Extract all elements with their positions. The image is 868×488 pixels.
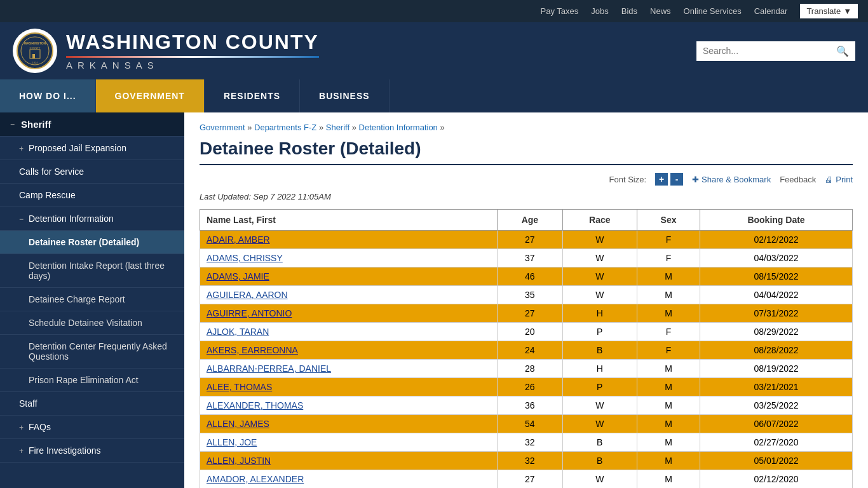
cell-age: 37 <box>498 249 562 268</box>
cell-name: AMADOR, ALEXANDER <box>200 470 498 489</box>
jobs-link[interactable]: Jobs <box>591 6 608 16</box>
cell-booking: 02/27/2020 <box>700 433 853 452</box>
sidebar-label: Detainee Charge Report <box>29 294 125 304</box>
cell-name: ALLEN, JAMES <box>200 415 498 433</box>
sidebar-item-calls-for-service[interactable]: Calls for Service <box>0 160 184 184</box>
online-services-link[interactable]: Online Services <box>684 6 742 16</box>
news-link[interactable]: News <box>650 6 671 16</box>
sidebar-label: Detention Intake Report (last three days… <box>29 261 165 281</box>
cell-name: ALLEN, JOE <box>200 433 498 452</box>
svg-text:WASHINGTON: WASHINGTON <box>24 41 46 45</box>
chevron-down-icon: ▼ <box>843 6 851 16</box>
detainee-name-link[interactable]: ADAMS, CHRISSY <box>207 253 283 263</box>
detainee-name-link[interactable]: ADAIR, AMBER <box>207 234 270 245</box>
table-row: ALLEN, JOE32BM02/27/2020 <box>200 433 853 452</box>
detainee-name-link[interactable]: ALLEN, JUSTIN <box>207 456 271 466</box>
cell-booking: 08/15/2022 <box>700 268 853 286</box>
cell-race: W <box>562 470 637 489</box>
sidebar-item-camp-rescue[interactable]: Camp Rescue <box>0 184 184 207</box>
svg-text:1824: 1824 <box>32 61 39 64</box>
detainee-name-link[interactable]: AJLOK, TARAN <box>207 327 269 337</box>
sidebar-item-faq[interactable]: Detention Center Frequently Asked Questi… <box>0 335 184 369</box>
table-row: ADAMS, CHRISSY37WF04/03/2022 <box>200 249 853 268</box>
cell-age: 32 <box>498 433 562 452</box>
cell-race: B <box>562 433 637 452</box>
sidebar-item-fire-investigations[interactable]: + Fire Investigations <box>0 439 184 463</box>
sidebar-item-intake-report[interactable]: Detention Intake Report (last three days… <box>0 254 184 288</box>
sidebar-item-staff[interactable]: Staff <box>0 392 184 416</box>
font-increase-button[interactable]: + <box>655 173 668 186</box>
detainee-name-link[interactable]: AGUILERA, AARON <box>207 290 288 300</box>
sidebar-section-sheriff[interactable]: − Sheriff <box>0 112 184 137</box>
feedback-button[interactable]: Feedback <box>780 175 816 184</box>
pay-taxes-link[interactable]: Pay Taxes <box>541 6 579 16</box>
sidebar-label: Fire Investigations <box>29 445 101 456</box>
roster-table: Name Last, First Age Race Sex Booking Da… <box>200 209 853 488</box>
share-icon: ✚ <box>692 175 699 184</box>
bids-link[interactable]: Bids <box>621 6 637 16</box>
detainee-name-link[interactable]: ALEE, THOMAS <box>207 382 272 392</box>
sidebar-item-prea[interactable]: Prison Rape Elimination Act <box>0 369 184 392</box>
cell-age: 24 <box>498 341 562 360</box>
svg-text:COUNTY: COUNTY <box>30 46 41 50</box>
breadcrumb-detention-info[interactable]: Detention Information <box>359 123 438 132</box>
share-bookmark[interactable]: ✚ Share & Bookmark <box>692 175 771 184</box>
calendar-link[interactable]: Calendar <box>754 6 788 16</box>
cell-booking: 08/28/2022 <box>700 341 853 360</box>
cell-name: ALEE, THOMAS <box>200 378 498 396</box>
cell-age: 35 <box>498 286 562 304</box>
sidebar-item-proposed-jail[interactable]: + Proposed Jail Expansion <box>0 137 184 160</box>
translate-button[interactable]: Translate ▼ <box>800 4 858 18</box>
plus-icon: + <box>19 447 24 456</box>
cell-name: AJLOK, TARAN <box>200 323 498 341</box>
sidebar-label: Staff <box>19 398 37 409</box>
nav-residents[interactable]: RESIDENTS <box>205 79 300 112</box>
detainee-name-link[interactable]: ALLEN, JOE <box>207 437 257 447</box>
print-button[interactable]: 🖨 Print <box>825 175 853 184</box>
breadcrumb-government[interactable]: Government <box>200 123 245 132</box>
plus-icon: + <box>19 144 24 153</box>
nav-business[interactable]: BUSINESS <box>300 79 390 112</box>
cell-booking: 03/25/2022 <box>700 396 853 415</box>
nav-how-do[interactable]: HOW DO I... <box>0 79 96 112</box>
detainee-name-link[interactable]: AMADOR, ALEXANDER <box>207 474 304 484</box>
font-decrease-button[interactable]: - <box>670 173 683 186</box>
cell-age: 32 <box>498 452 562 470</box>
cell-booking: 05/01/2022 <box>700 452 853 470</box>
cell-name: ALLEN, JUSTIN <box>200 452 498 470</box>
sidebar-item-charge-report[interactable]: Detainee Charge Report <box>0 288 184 311</box>
table-row: ALLEN, JUSTIN32BM05/01/2022 <box>200 452 853 470</box>
nav-government[interactable]: GOVERNMENT <box>96 79 205 112</box>
detainee-name-link[interactable]: ALBARRAN-PERREA, DANIEL <box>207 363 331 374</box>
sidebar-label: Detention Center Frequently Asked Questi… <box>29 341 167 362</box>
detainee-name-link[interactable]: ALEXANDER, THOMAS <box>207 400 303 410</box>
search-input[interactable] <box>703 46 836 56</box>
cell-booking: 02/12/2020 <box>700 470 853 489</box>
breadcrumb-sheriff[interactable]: Sheriff <box>326 123 349 132</box>
search-button[interactable]: 🔍 <box>836 45 849 57</box>
state-name: ARKANSAS <box>66 60 319 71</box>
sidebar-item-detention-info[interactable]: − Detention Information <box>0 207 184 231</box>
county-name: WASHINGTON COUNTY ARKANSAS <box>66 31 319 70</box>
cell-name: ADAMS, JAMIE <box>200 268 498 286</box>
cell-sex: F <box>637 231 700 249</box>
detainee-name-link[interactable]: ALLEN, JAMES <box>207 419 269 429</box>
svg-rect-5 <box>32 54 35 58</box>
cell-age: 36 <box>498 396 562 415</box>
detainee-name-link[interactable]: ADAMS, JAMIE <box>207 271 269 281</box>
cell-booking: 02/12/2022 <box>700 231 853 249</box>
detainee-name-link[interactable]: AKERS, EARREONNA <box>207 345 298 355</box>
cell-booking: 08/29/2022 <box>700 323 853 341</box>
main-nav: HOW DO I... GOVERNMENT RESIDENTS BUSINES… <box>0 79 868 112</box>
sidebar-item-schedule-visitation[interactable]: Schedule Detainee Visitation <box>0 311 184 335</box>
plus-icon: + <box>19 423 24 432</box>
cell-age: 54 <box>498 415 562 433</box>
cell-race: P <box>562 378 637 396</box>
cell-sex: M <box>637 378 700 396</box>
sidebar-item-faqs[interactable]: + FAQs <box>0 416 184 439</box>
breadcrumb-departments[interactable]: Departments F-Z <box>254 123 316 132</box>
cell-race: P <box>562 323 637 341</box>
toolbar: Font Size: + - ✚ Share & Bookmark Feedba… <box>200 173 853 186</box>
sidebar-item-roster[interactable]: Detainee Roster (Detailed) <box>0 231 184 254</box>
detainee-name-link[interactable]: AGUIRRE, ANTONIO <box>207 308 292 318</box>
